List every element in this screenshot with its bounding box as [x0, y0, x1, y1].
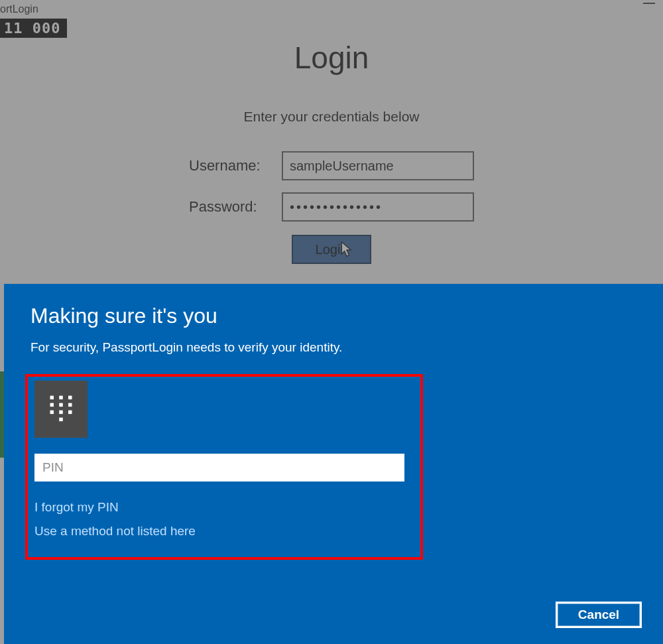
login-button[interactable]: Login [292, 235, 371, 264]
username-label: Username: [189, 157, 282, 174]
svg-rect-5 [68, 403, 72, 407]
login-panel: Login Enter your credentials below Usern… [0, 33, 663, 264]
svg-rect-4 [59, 403, 63, 407]
window-title: ortLogin [0, 3, 38, 15]
pin-method-tile[interactable] [34, 381, 88, 438]
svg-rect-3 [50, 403, 54, 407]
keypad-icon [46, 393, 76, 425]
svg-rect-7 [59, 411, 63, 415]
cursor-icon [341, 241, 353, 257]
svg-rect-6 [50, 411, 54, 415]
username-row: Username: [189, 151, 474, 180]
cancel-button-label: Cancel [578, 608, 619, 622]
cancel-button[interactable]: Cancel [556, 602, 642, 628]
password-label: Password: [189, 198, 282, 216]
username-input[interactable] [282, 151, 474, 180]
other-method-link[interactable]: Use a method not listed here [34, 524, 196, 539]
minimize-icon[interactable] [643, 3, 655, 4]
login-button-row: Login [189, 235, 474, 264]
pin-input[interactable] [34, 454, 404, 482]
window-titlebar: ortLogin [0, 0, 663, 19]
password-row: Password: [189, 192, 474, 222]
forgot-pin-link[interactable]: I forgot my PIN [34, 500, 119, 515]
svg-rect-0 [50, 396, 54, 400]
credentials-form: Username: Password: Login [189, 151, 474, 264]
svg-rect-9 [59, 418, 63, 422]
dialog-subtitle: For security, PassportLogin needs to ver… [30, 340, 636, 355]
password-input[interactable] [282, 192, 474, 222]
windows-security-dialog: Making sure it's you For security, Passp… [4, 284, 663, 644]
svg-rect-2 [68, 396, 72, 400]
page-title: Login [0, 40, 663, 76]
dialog-title: Making sure it's you [30, 304, 636, 328]
svg-rect-1 [59, 396, 63, 400]
svg-rect-8 [68, 411, 72, 415]
page-subtitle: Enter your credentials below [0, 109, 663, 125]
